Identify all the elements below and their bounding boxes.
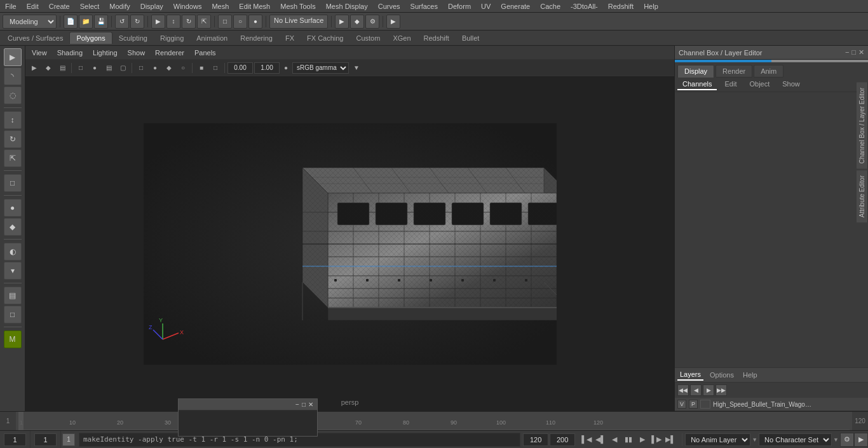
viewport[interactable]: View Shading Lighting Show Renderer Pane…: [25, 46, 674, 411]
vp-menu-view[interactable]: View: [29, 48, 50, 57]
tab-fx[interactable]: FX: [279, 32, 301, 44]
menu-create[interactable]: Create: [44, 1, 75, 11]
new-scene-btn[interactable]: 📄: [64, 15, 78, 29]
vp-camera-btn[interactable]: ▶: [28, 62, 41, 74]
select-tool-btn[interactable]: ▶: [151, 15, 165, 29]
snap-curve-btn[interactable]: ○: [233, 15, 247, 29]
menu-cache[interactable]: Cache: [535, 1, 566, 11]
tab-fx-caching[interactable]: FX Caching: [301, 32, 349, 44]
tab-sculpting[interactable]: Sculpting: [112, 32, 154, 44]
snap-grid-btn[interactable]: □: [218, 15, 232, 29]
mode-dropdown[interactable]: Modeling Rigging Animation FX Rendering …: [3, 15, 57, 29]
pb-goto-end[interactable]: ▶▌: [664, 433, 677, 446]
vp-menu-renderer[interactable]: Renderer: [153, 48, 187, 57]
timeline-ruler[interactable]: 1 10 20 30 40 50 60 70 80 90 100 110 120: [16, 412, 852, 430]
menu-mesh[interactable]: Mesh: [207, 1, 234, 11]
vp-isolate-btn[interactable]: ■: [195, 62, 208, 74]
menu-modify[interactable]: Modify: [104, 1, 135, 11]
vp-texture-btn[interactable]: ◆: [163, 62, 175, 74]
pb-step-back[interactable]: ◀▌: [594, 433, 607, 446]
vp-light-btn[interactable]: ○: [177, 62, 189, 74]
pb-goto-start[interactable]: ▌◀: [580, 433, 593, 446]
options-tab[interactable]: Options: [707, 370, 736, 380]
menu-deform[interactable]: Deform: [443, 1, 476, 11]
help-tab[interactable]: Help: [740, 370, 760, 380]
vp-select-mode-btn[interactable]: □: [74, 62, 87, 74]
vp-menu-show[interactable]: Show: [125, 48, 148, 57]
vp-component-btn[interactable]: ●: [88, 62, 101, 74]
layer-prev-btn[interactable]: ◀◀: [677, 384, 689, 396]
annotation-btn[interactable]: □: [4, 306, 22, 323]
menu-mesh-display[interactable]: Mesh Display: [321, 1, 373, 11]
tab-custom[interactable]: Custom: [350, 32, 387, 44]
layer-next-btn[interactable]: ▶▶: [715, 384, 727, 396]
menu-edit[interactable]: Edit: [22, 1, 44, 11]
display-tab[interactable]: Display: [677, 65, 714, 78]
attribute-editor-side-tab[interactable]: Attribute Editor: [857, 170, 868, 222]
pb-step-fwd[interactable]: ▌▶: [650, 433, 663, 446]
menu-generate[interactable]: Generate: [496, 1, 535, 11]
tab-rigging[interactable]: Rigging: [154, 32, 190, 44]
paint-select-btn[interactable]: ◌: [4, 86, 22, 104]
menu-mesh-tools[interactable]: Mesh Tools: [275, 1, 320, 11]
pb-stop[interactable]: ▮▮: [622, 433, 635, 446]
tab-polygons[interactable]: Polygons: [69, 32, 112, 44]
range-end-2[interactable]: [550, 433, 575, 446]
render-tab[interactable]: Render: [715, 65, 752, 78]
vp-value1-input[interactable]: [227, 62, 253, 74]
undo-btn[interactable]: ↺: [115, 15, 129, 29]
vp-gamma-select[interactable]: sRGB gamma Linear: [292, 62, 349, 74]
menu-edit-mesh[interactable]: Edit Mesh: [234, 1, 275, 11]
measure-btn[interactable]: ▤: [4, 287, 22, 304]
menu-windows[interactable]: Windows: [168, 1, 207, 11]
menu-select[interactable]: Select: [75, 1, 105, 11]
menu-help[interactable]: Help: [639, 1, 663, 11]
layer-visibility-v[interactable]: V: [677, 400, 686, 409]
right-panel-maximize-btn[interactable]: □: [851, 48, 856, 57]
move-tool-btn[interactable]: ↕: [166, 15, 180, 29]
layer-prev-single-btn[interactable]: ◀: [690, 384, 702, 396]
show-hide-btn[interactable]: ▶: [386, 15, 400, 29]
anim-tab[interactable]: Anim: [754, 65, 783, 78]
layout-btn[interactable]: ◐: [4, 243, 22, 261]
ch-tab-show[interactable]: Show: [777, 79, 805, 90]
render-settings-btn[interactable]: ⚙: [365, 15, 379, 29]
redo-btn[interactable]: ↻: [130, 15, 144, 29]
layer-color-swatch[interactable]: [700, 400, 710, 409]
right-panel-close-btn[interactable]: ✕: [858, 48, 864, 57]
vp-menu-panels[interactable]: Panels: [192, 48, 219, 57]
tab-xgen[interactable]: XGen: [386, 32, 417, 44]
tab-curves-surfaces[interactable]: Curves / Surfaces: [1, 32, 69, 44]
lasso-select-btn[interactable]: ◝: [4, 67, 22, 85]
prefs-btn[interactable]: ⚙: [840, 433, 854, 447]
open-scene-btn[interactable]: 📁: [79, 15, 93, 29]
rotate-btn[interactable]: ↻: [4, 130, 22, 148]
menu-file[interactable]: File: [0, 1, 22, 11]
save-scene-btn[interactable]: 💾: [94, 15, 108, 29]
vp-gamma-btn[interactable]: ●: [281, 62, 291, 74]
tab-redshift[interactable]: Redshift: [417, 32, 456, 44]
vp-grid-btn[interactable]: ▤: [102, 62, 115, 74]
vp-render-btn[interactable]: ▤: [56, 62, 69, 74]
vp-bookmark-btn[interactable]: ◆: [42, 62, 55, 74]
tab-rendering[interactable]: Rendering: [234, 32, 279, 44]
vp-menu-lighting[interactable]: Lighting: [90, 48, 120, 57]
script-popup-content[interactable]: [179, 411, 317, 436]
vp-smooth-btn[interactable]: ●: [149, 62, 161, 74]
menu-surfaces[interactable]: Surfaces: [405, 1, 443, 11]
soft-select-btn[interactable]: ●: [4, 199, 22, 217]
ch-tab-channels[interactable]: Channels: [677, 79, 717, 90]
vp-snap-btn[interactable]: ▢: [116, 62, 129, 74]
vp-more-btn[interactable]: ▼: [350, 62, 363, 74]
char-set-select[interactable]: No Character Set: [759, 433, 832, 446]
script-popup-minimize[interactable]: −: [295, 401, 299, 408]
snap-point-btn[interactable]: ●: [248, 15, 262, 29]
vp-menu-shading[interactable]: Shading: [55, 48, 85, 57]
current-frame-input[interactable]: [4, 433, 26, 446]
export-btn[interactable]: ▶: [854, 433, 868, 447]
layer-playback-p[interactable]: P: [689, 400, 698, 409]
menu-display[interactable]: Display: [135, 1, 168, 11]
tab-bullet[interactable]: Bullet: [456, 32, 486, 44]
scale-btn[interactable]: ⇱: [4, 149, 22, 167]
ipr-btn[interactable]: ◆: [350, 15, 364, 29]
